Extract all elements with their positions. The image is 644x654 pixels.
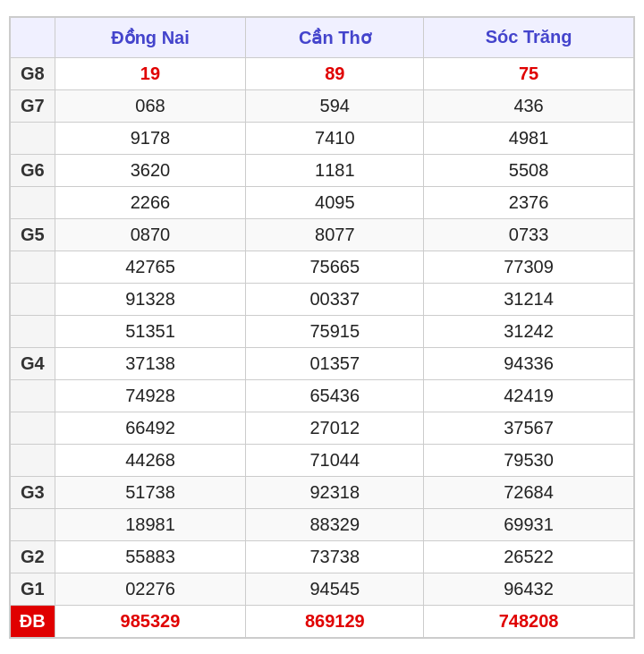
g4-7-v2: 71044 <box>246 444 424 476</box>
g4-3-v2: 75915 <box>246 315 424 347</box>
g5-v2: 8077 <box>246 218 424 251</box>
g4-6-v3: 37567 <box>424 412 634 444</box>
label-g4-3 <box>10 315 55 347</box>
lottery-table: Đồng Nai Cần Thơ Sóc Trăng G8 19 89 75 G… <box>9 16 635 639</box>
g3-1-v2: 92318 <box>246 476 424 508</box>
table-row-g4-3: 51351 75915 31242 <box>10 315 634 347</box>
g8-v3: 75 <box>424 57 634 89</box>
table-row-g8: G8 19 89 75 <box>10 57 634 89</box>
g4-1-v2: 75665 <box>246 251 424 283</box>
g7-v1: 068 <box>55 89 246 122</box>
g7-v3: 436 <box>424 89 634 122</box>
header-col2: Cần Thơ <box>246 17 424 58</box>
label-g5: G5 <box>10 218 55 251</box>
table-row-g1: G1 02276 94545 96432 <box>10 573 634 605</box>
g8-v2: 89 <box>246 57 424 89</box>
g6-1-v1: 9178 <box>55 122 246 154</box>
g3-2-v2: 88329 <box>246 508 424 540</box>
label-g4-5 <box>10 379 55 412</box>
label-g4-4: G4 <box>10 347 55 379</box>
g4-5-v1: 74928 <box>55 379 246 412</box>
g3-2-v1: 18981 <box>55 508 246 540</box>
label-g8: G8 <box>10 57 55 89</box>
g4-4-v3: 94336 <box>424 347 634 379</box>
g6-2-v3: 5508 <box>424 154 634 186</box>
db-v2: 869129 <box>246 605 424 638</box>
table-row-g4-7: 44268 71044 79530 <box>10 444 634 476</box>
g6-3-v1: 2266 <box>55 186 246 218</box>
g8-v1: 19 <box>55 57 246 89</box>
header-col1: Đồng Nai <box>55 17 246 58</box>
db-v1: 985329 <box>55 605 246 638</box>
table-row-g5: G5 0870 8077 0733 <box>10 218 634 251</box>
label-g7: G7 <box>10 89 55 122</box>
g3-1-v1: 51738 <box>55 476 246 508</box>
g4-1-v1: 42765 <box>55 251 246 283</box>
g5-v3: 0733 <box>424 218 634 251</box>
g4-2-v3: 31214 <box>424 283 634 315</box>
table-row-g6-1: 9178 7410 4981 <box>10 122 634 154</box>
g2-v3: 26522 <box>424 540 634 573</box>
g7-v2: 594 <box>246 89 424 122</box>
g6-1-v2: 7410 <box>246 122 424 154</box>
g6-2-v1: 3620 <box>55 154 246 186</box>
g4-6-v1: 66492 <box>55 412 246 444</box>
g6-1-v3: 4981 <box>424 122 634 154</box>
label-db: ĐB <box>10 605 55 638</box>
g4-3-v1: 51351 <box>55 315 246 347</box>
table-row-g3-1: G3 51738 92318 72684 <box>10 476 634 508</box>
table-row-g4-4: G4 37138 01357 94336 <box>10 347 634 379</box>
label-g4-2 <box>10 283 55 315</box>
label-g6-3 <box>10 186 55 218</box>
table-row-g4-6: 66492 27012 37567 <box>10 412 634 444</box>
table-row-g2: G2 55883 73738 26522 <box>10 540 634 573</box>
g3-2-v3: 69931 <box>424 508 634 540</box>
g1-v2: 94545 <box>246 573 424 605</box>
g6-2-v2: 1181 <box>246 154 424 186</box>
g4-4-v2: 01357 <box>246 347 424 379</box>
g4-7-v1: 44268 <box>55 444 246 476</box>
label-g3-2 <box>10 508 55 540</box>
g4-7-v3: 79530 <box>424 444 634 476</box>
label-g6-2: G6 <box>10 154 55 186</box>
table-row-g3-2: 18981 88329 69931 <box>10 508 634 540</box>
g1-v3: 96432 <box>424 573 634 605</box>
label-g4-6 <box>10 412 55 444</box>
table-row-g4-5: 74928 65436 42419 <box>10 379 634 412</box>
table-row-g4-1: 42765 75665 77309 <box>10 251 634 283</box>
g2-v1: 55883 <box>55 540 246 573</box>
g1-v1: 02276 <box>55 573 246 605</box>
g4-4-v1: 37138 <box>55 347 246 379</box>
g2-v2: 73738 <box>246 540 424 573</box>
table-row-g7: G7 068 594 436 <box>10 89 634 122</box>
g4-6-v2: 27012 <box>246 412 424 444</box>
g4-2-v2: 00337 <box>246 283 424 315</box>
label-g6-1 <box>10 122 55 154</box>
g4-1-v3: 77309 <box>424 251 634 283</box>
header-empty <box>10 17 55 58</box>
g4-5-v2: 65436 <box>246 379 424 412</box>
g4-5-v3: 42419 <box>424 379 634 412</box>
table-row-g6-3: 2266 4095 2376 <box>10 186 634 218</box>
label-g3-1: G3 <box>10 476 55 508</box>
g6-3-v3: 2376 <box>424 186 634 218</box>
g4-2-v1: 91328 <box>55 283 246 315</box>
table-row-g6-2: G6 3620 1181 5508 <box>10 154 634 186</box>
table-row-db: ĐB 985329 869129 748208 <box>10 605 634 638</box>
g4-3-v3: 31242 <box>424 315 634 347</box>
table-row-g4-2: 91328 00337 31214 <box>10 283 634 315</box>
g3-1-v3: 72684 <box>424 476 634 508</box>
label-g4-1 <box>10 251 55 283</box>
label-g4-7 <box>10 444 55 476</box>
db-v3: 748208 <box>424 605 634 638</box>
header-col3: Sóc Trăng <box>424 17 634 58</box>
label-g2: G2 <box>10 540 55 573</box>
g6-3-v2: 4095 <box>246 186 424 218</box>
label-g1: G1 <box>10 573 55 605</box>
g5-v1: 0870 <box>55 218 246 251</box>
